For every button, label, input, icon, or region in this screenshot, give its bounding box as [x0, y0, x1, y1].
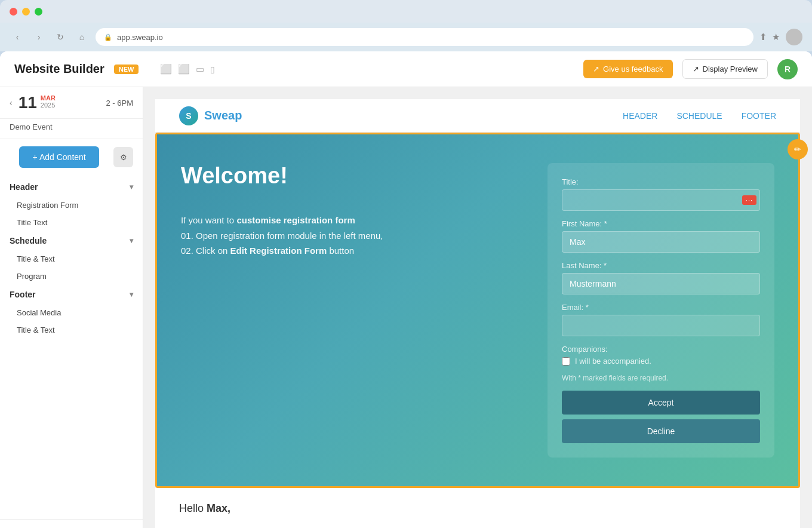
welcome-heading: Welcome! [181, 163, 524, 189]
gear-icon: ⚙ [120, 153, 127, 162]
add-content-label: + Add Content [33, 152, 86, 162]
sidebar-date: 11 MAR 2025 [19, 94, 56, 111]
hello-section: Hello Max, [155, 488, 800, 528]
desc-line-2: 01. Open registration form module in the… [181, 228, 524, 244]
nav-group-header[interactable]: Header ▾ [0, 177, 143, 197]
tablet-icon[interactable]: ▭ [196, 64, 204, 75]
nav-link-schedule[interactable]: SCHEDULE [676, 111, 722, 121]
feedback-label: Give us feedback [603, 65, 663, 73]
mac-minimize-dot[interactable] [22, 8, 30, 16]
display-preview-button[interactable]: ↗ Display Preview [682, 59, 768, 79]
registration-left-panel: Welcome! If you want to customise regist… [181, 163, 524, 259]
title-input[interactable] [562, 189, 760, 211]
title-label: Title: [562, 177, 760, 186]
required-note: With * marked fields are required. [562, 374, 760, 382]
first-name-field-group: First Name: * [562, 219, 760, 253]
lock-icon: 🔒 [104, 33, 112, 41]
sidebar-item-registration-form[interactable]: Registration Form [0, 197, 143, 214]
sidebar-item-footer-title-text[interactable]: Title & Text [0, 321, 143, 339]
nav-group-footer[interactable]: Footer ▾ [0, 285, 143, 304]
companions-field-group: Companions: I will be accompanied. [562, 345, 760, 366]
desc-line-1: If you want to customise registration fo… [181, 213, 524, 228]
last-name-label: Last Name: * [562, 261, 760, 270]
site-navbar: S Sweap HEADER SCHEDULE FOOTER [155, 99, 800, 133]
feedback-icon: ↗ [593, 65, 599, 73]
browser-chrome: ‹ › ↻ ⌂ 🔒 app.sweap.io ⬆ ★ [0, 23, 812, 51]
event-time: 2 - 6PM [106, 99, 133, 108]
sidebar-bottom: ▶ Start Tour 💬 Help & Contact [0, 519, 143, 528]
nav-group-label: Header [10, 182, 38, 192]
back-button[interactable]: ‹ [10, 29, 25, 45]
sidebar: ‹ 11 MAR 2025 2 - 6PM Demo Event + Add C… [0, 87, 143, 528]
decline-button[interactable]: Decline [562, 419, 760, 443]
nav-group-footer-label: Footer [10, 290, 36, 299]
sidebar-item-program[interactable]: Program [0, 268, 143, 285]
accept-button[interactable]: Accept [562, 391, 760, 415]
app-header: Website Builder NEW ⬜ ⬜ ▭ ▯ ↗ Give us fe… [0, 51, 812, 87]
app-window: Website Builder NEW ⬜ ⬜ ▭ ▯ ↗ Give us fe… [0, 51, 812, 528]
last-name-input[interactable] [562, 273, 760, 294]
edit-section-button[interactable]: ✏ [788, 139, 808, 159]
first-name-label: First Name: * [562, 219, 760, 228]
companions-checkbox-row: I will be accompanied. [562, 357, 760, 366]
title-dots-button[interactable]: ··· [742, 195, 756, 205]
refresh-button[interactable]: ↻ [53, 29, 68, 45]
share-button[interactable]: ⬆ [759, 32, 767, 42]
nav-group-schedule-label: Schedule [10, 236, 47, 245]
forward-button[interactable]: › [31, 29, 47, 45]
url-text: app.sweap.io [117, 33, 163, 42]
sidebar-item-social-media[interactable]: Social Media [0, 304, 143, 321]
sidebar-nav: Header ▾ Registration Form Title Text Sc… [0, 173, 143, 519]
nav-link-footer[interactable]: FOOTER [742, 111, 776, 121]
date-day: 11 [19, 94, 37, 111]
date-year: 2025 [41, 102, 56, 109]
logo-text: Sweap [204, 109, 242, 122]
bookmark-button[interactable]: ★ [772, 32, 780, 42]
nav-link-header[interactable]: HEADER [623, 111, 657, 121]
give-feedback-button[interactable]: ↗ Give us feedback [583, 60, 672, 78]
selected-section: ✏ Welcome! If you want to customise regi… [155, 133, 800, 488]
event-name: Demo Event [0, 119, 143, 139]
last-name-field-group: Last Name: * [562, 261, 760, 294]
title-field-group: Title: ··· [562, 177, 760, 211]
hello-name: Max, [207, 502, 230, 514]
desktop-icon[interactable]: ⬜ [160, 63, 172, 75]
sidebar-date-row: ‹ 11 MAR 2025 2 - 6PM [0, 87, 143, 119]
registration-section: Welcome! If you want to customise regist… [157, 134, 798, 486]
site-nav-links: HEADER SCHEDULE FOOTER [623, 111, 776, 121]
email-label: Email: * [562, 303, 760, 312]
nav-group-schedule[interactable]: Schedule ▾ [0, 231, 143, 250]
mac-close-dot[interactable] [10, 8, 17, 16]
companions-checkbox[interactable] [562, 357, 570, 366]
logo-icon: S [179, 106, 198, 125]
mac-maximize-dot[interactable] [35, 8, 42, 16]
sidebar-add-row: + Add Content ⚙ [0, 139, 143, 173]
sidebar-collapse-button[interactable]: ‹ [10, 98, 13, 108]
url-bar[interactable]: 🔒 app.sweap.io [96, 28, 753, 46]
email-field-group: Email: * [562, 303, 760, 336]
browser-avatar [786, 29, 802, 45]
email-input[interactable] [562, 315, 760, 336]
date-month: MAR [41, 94, 56, 102]
device-icons: ⬜ ⬜ ▭ ▯ [160, 63, 215, 75]
phone-icon[interactable]: ▯ [210, 65, 215, 74]
new-badge: NEW [114, 65, 139, 74]
hello-text: Hello Max, [179, 502, 776, 515]
sidebar-item-title-and-text[interactable]: Title & Text [0, 250, 143, 268]
companions-label: Companions: [562, 345, 760, 354]
app-title: Website Builder [14, 62, 104, 76]
sidebar-item-title-text[interactable]: Title Text [0, 214, 143, 231]
settings-button[interactable]: ⚙ [113, 147, 133, 167]
desc-line-3: 02. Click on Edit Registration Form butt… [181, 243, 524, 259]
home-button[interactable]: ⌂ [74, 29, 90, 45]
registration-form-panel: Title: ··· First Name: * Last Name: * [548, 163, 774, 458]
add-content-button[interactable]: + Add Content [19, 146, 99, 168]
schedule-chevron-icon: ▾ [130, 237, 133, 245]
mac-title-bar [0, 0, 812, 23]
user-avatar[interactable]: R [777, 59, 798, 79]
first-name-input[interactable] [562, 231, 760, 253]
title-input-wrapper: ··· [562, 189, 760, 211]
preview-icon: ↗ [693, 65, 699, 73]
monitor-icon[interactable]: ⬜ [178, 63, 190, 75]
preview-label: Display Preview [703, 65, 758, 73]
